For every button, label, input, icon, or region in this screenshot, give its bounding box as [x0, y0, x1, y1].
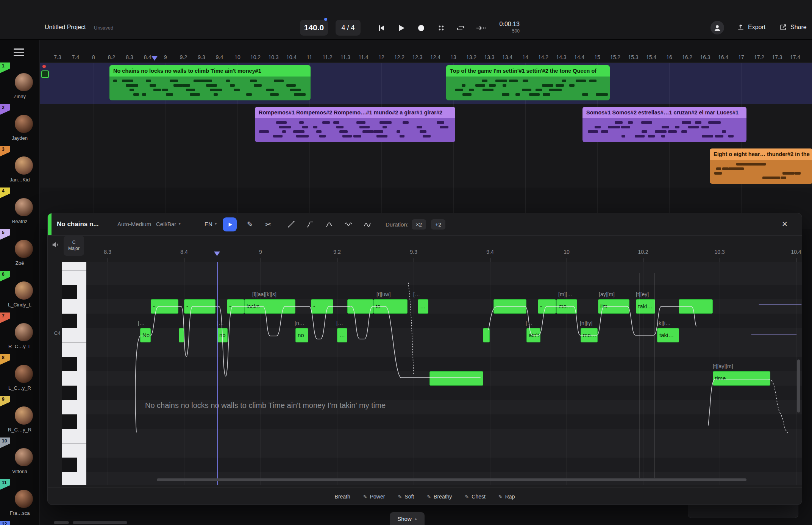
voice-mode-button-soft[interactable]: ✎Soft	[398, 494, 414, 500]
horizontal-scrollbar[interactable]	[54, 521, 69, 524]
duration-plus2-button[interactable]: +2	[431, 219, 445, 230]
track-avatar[interactable]	[15, 156, 33, 175]
wave-tool[interactable]	[343, 219, 354, 230]
bpm-display[interactable]: 140.0	[300, 20, 328, 36]
track-avatar[interactable]	[15, 448, 33, 466]
play-button[interactable]	[395, 22, 407, 34]
voice-mode-button-rap[interactable]: ✎Rap	[498, 494, 515, 500]
track-item[interactable]: 6L_Cindy_L	[0, 271, 39, 312]
midi-note[interactable]: time	[713, 371, 770, 386]
track-avatar[interactable]	[15, 323, 33, 341]
piano-key-black[interactable]	[62, 414, 77, 429]
midi-note[interactable]: to	[373, 299, 408, 314]
midi-note[interactable]: mo…	[581, 328, 598, 342]
curve-tool[interactable]	[304, 219, 315, 230]
midi-note[interactable]: i'm	[598, 299, 629, 314]
track-avatar[interactable]	[15, 198, 33, 216]
midi-note[interactable]: -	[311, 299, 333, 314]
share-button[interactable]: Share	[779, 23, 807, 31]
midi-note[interactable]: -	[347, 299, 373, 314]
midi-note[interactable]: taki…	[657, 328, 679, 342]
language-select[interactable]: EN▾	[205, 221, 217, 227]
editor-ruler[interactable]: 8.38.499.29.39.41010.210.310.4	[86, 247, 798, 262]
record-button[interactable]	[415, 22, 427, 34]
timeline-clip[interactable]: No chains no locks no walls to climb Tim…	[109, 65, 311, 100]
track-item[interactable]: 8L_C…y_R	[0, 354, 39, 396]
editor-play-button[interactable]	[223, 217, 237, 231]
midi-note[interactable]	[179, 328, 184, 342]
track-lane[interactable]	[39, 146, 812, 188]
timeline-clip[interactable]: Eight o eight hear… thunder#2 in the	[710, 148, 812, 184]
midi-note[interactable]: no	[295, 328, 308, 342]
midi-note[interactable]: no	[217, 328, 228, 342]
export-button[interactable]: Export	[737, 23, 765, 31]
menu-button[interactable]	[14, 48, 24, 56]
account-avatar[interactable]	[710, 21, 724, 34]
editor-hscrollbar[interactable]	[157, 478, 746, 481]
scissors-tool[interactable]: ✂	[263, 219, 273, 230]
voice-mode-button-breathy[interactable]: ✎Breathy	[427, 494, 452, 500]
midi-note[interactable]	[679, 299, 713, 314]
midi-note[interactable]	[483, 328, 490, 342]
track-avatar[interactable]	[15, 73, 33, 91]
timeline-clip[interactable]: Somos#1 Somos#2 estrellas#…1 cruzan#2 el…	[582, 107, 746, 142]
line-tool[interactable]	[286, 219, 297, 230]
midi-note[interactable]: …	[418, 299, 428, 314]
speaker-icon[interactable]	[52, 241, 61, 250]
record-indicator[interactable]	[42, 65, 46, 68]
track-avatar[interactable]	[15, 240, 33, 258]
track-item[interactable]: 7R_C…y_L	[0, 312, 39, 354]
horizontal-scrollbar[interactable]	[73, 521, 127, 524]
midi-note[interactable]: -	[538, 299, 556, 314]
time-signature[interactable]: 4 / 4	[336, 20, 361, 36]
cellbar-select[interactable]: Cell/Bar▾	[156, 221, 181, 227]
key-signature[interactable]: C Major	[64, 236, 84, 256]
track-avatar[interactable]	[15, 365, 33, 383]
midi-note[interactable]: taki…	[636, 299, 655, 314]
track-item[interactable]: 1Zinny	[0, 62, 39, 104]
track-item[interactable]: 5Zoé	[0, 229, 39, 271]
voice-mode-button-power[interactable]: ✎Power	[363, 494, 385, 500]
clip-source-icon[interactable]	[41, 70, 49, 78]
piano-key-black[interactable]	[62, 357, 77, 371]
midi-note[interactable]: locks	[244, 299, 295, 314]
close-button[interactable]: ✕	[779, 219, 790, 229]
note-grid[interactable]: ---locks--to…--mo…i'mtaki…Nonono…ain'tmo…	[86, 262, 802, 485]
smooth-tool[interactable]	[324, 219, 334, 230]
track-avatar[interactable]	[15, 115, 33, 133]
track-item[interactable]: 11Fra…sca	[0, 479, 39, 521]
midi-note[interactable]: mo…	[556, 299, 577, 314]
track-item[interactable]: 10Vittoria	[0, 438, 39, 479]
piano-key-black[interactable]	[62, 458, 77, 472]
midi-note[interactable]: …	[337, 328, 347, 342]
track-avatar[interactable]	[15, 406, 33, 425]
timeline-clip[interactable]: Top of the game I'm settin'#1 settin'#2 …	[446, 65, 610, 100]
skip-to-start-button[interactable]	[376, 22, 387, 34]
loop-button[interactable]	[455, 22, 466, 34]
midi-note[interactable]: -	[184, 299, 215, 314]
voice-mode-button-breath[interactable]: Breath	[335, 494, 350, 500]
show-button[interactable]: Show ▴	[390, 512, 425, 525]
pencil-tool[interactable]: ✎	[245, 219, 255, 230]
mode-select[interactable]: Auto-Medium	[117, 221, 151, 227]
track-item[interactable]: 12	[0, 521, 39, 525]
piano-key-black[interactable]	[62, 314, 77, 328]
voice-mode-button-chest[interactable]: ✎Chest	[465, 494, 485, 500]
midi-note[interactable]	[429, 371, 483, 386]
track-item[interactable]: 3Jan…Kid	[0, 146, 39, 188]
editor-playhead-marker[interactable]	[214, 252, 220, 256]
midi-note[interactable]: -	[151, 299, 178, 314]
midi-note[interactable]: -	[493, 299, 526, 314]
piano-keyboard[interactable]	[62, 262, 86, 485]
track-item[interactable]: 4Beatriz	[0, 188, 39, 229]
track-item[interactable]: 9R_C…y_R	[0, 396, 39, 438]
vibrato-tool[interactable]	[362, 219, 373, 230]
editor-vscrollbar[interactable]	[797, 359, 800, 412]
playhead-marker[interactable]	[151, 56, 158, 61]
track-item[interactable]: 2Jayden	[0, 104, 39, 146]
piano-key-black[interactable]	[62, 285, 77, 299]
track-avatar[interactable]	[15, 490, 33, 508]
timeline-clip[interactable]: Rompemos#1 Rompemos#2 Rompemo…#1 mundo#2…	[255, 107, 455, 142]
autoscroll-button[interactable]	[475, 22, 486, 34]
midi-note[interactable]: -	[227, 299, 244, 314]
